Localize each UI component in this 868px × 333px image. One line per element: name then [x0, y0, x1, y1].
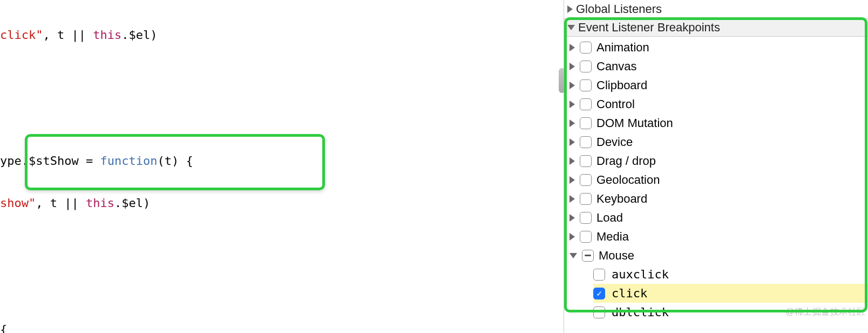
- code-token: click": [0, 28, 43, 42]
- event-listener-breakpoints-section[interactable]: Event Listener Breakpoints: [564, 18, 868, 37]
- event-category-keyboard[interactable]: Keyboard: [569, 189, 868, 208]
- checkbox[interactable]: [580, 79, 592, 91]
- chevron-right-icon: [569, 233, 575, 241]
- checkbox[interactable]: [580, 193, 592, 205]
- watermark: @稀土掘金技术社区: [785, 307, 866, 318]
- event-category-clipboard[interactable]: Clipboard: [569, 76, 868, 95]
- debugger-sidebar[interactable]: Global Listeners Event Listener Breakpoi…: [564, 0, 868, 333]
- event-category-media[interactable]: Media: [569, 227, 868, 246]
- chevron-right-icon: [569, 101, 575, 108]
- chevron-right-icon: [569, 157, 575, 165]
- checkbox[interactable]: [593, 307, 605, 318]
- event-category-mouse[interactable]: Mouse: [569, 246, 868, 265]
- checkbox[interactable]: [580, 212, 592, 224]
- section-title: Global Listeners: [576, 2, 662, 16]
- global-listeners-section[interactable]: Global Listeners: [564, 0, 868, 18]
- checkbox-indeterminate[interactable]: [582, 250, 594, 262]
- checkbox[interactable]: [580, 117, 592, 129]
- checkbox[interactable]: [593, 269, 605, 281]
- chevron-right-icon: [569, 214, 575, 222]
- event-category-load[interactable]: Load: [569, 208, 868, 227]
- event-category-control[interactable]: Control: [569, 95, 868, 114]
- event-category-animation[interactable]: Animation: [569, 38, 868, 57]
- section-title: Event Listener Breakpoints: [578, 21, 720, 35]
- checkbox-checked[interactable]: [593, 288, 605, 299]
- chevron-right-icon: [569, 195, 575, 203]
- scrollbar-thumb[interactable]: [559, 68, 565, 93]
- checkbox[interactable]: [580, 231, 592, 243]
- chevron-right-icon: [569, 63, 575, 70]
- chevron-right-icon: [569, 138, 575, 146]
- chevron-down-icon: [567, 25, 575, 30]
- event-category-canvas[interactable]: Canvas: [569, 57, 868, 76]
- checkbox[interactable]: [580, 155, 592, 167]
- chevron-down-icon: [569, 253, 577, 258]
- checkbox[interactable]: [580, 136, 592, 148]
- checkbox[interactable]: [580, 98, 592, 110]
- chevron-right-icon: [567, 5, 573, 13]
- event-category-dom-mutation[interactable]: DOM Mutation: [569, 114, 868, 132]
- chevron-right-icon: [569, 176, 575, 184]
- event-auxclick[interactable]: auxclick: [593, 265, 868, 284]
- event-category-geolocation[interactable]: Geolocation: [569, 170, 868, 189]
- event-category-device[interactable]: Device: [569, 132, 868, 151]
- checkbox[interactable]: [580, 174, 592, 186]
- chevron-right-icon: [569, 119, 575, 127]
- chevron-right-icon: [569, 82, 575, 89]
- event-click[interactable]: click: [593, 284, 868, 303]
- checkbox[interactable]: [580, 42, 592, 54]
- event-category-drag-drop[interactable]: Drag / drop: [569, 151, 868, 170]
- event-category-list: Animation Canvas Clipboard Control DOM M…: [564, 37, 868, 322]
- chevron-right-icon: [569, 44, 575, 51]
- source-code-panel[interactable]: click", t || this.$el) ype.$stShow = fun…: [0, 0, 564, 333]
- checkbox[interactable]: [580, 61, 592, 72]
